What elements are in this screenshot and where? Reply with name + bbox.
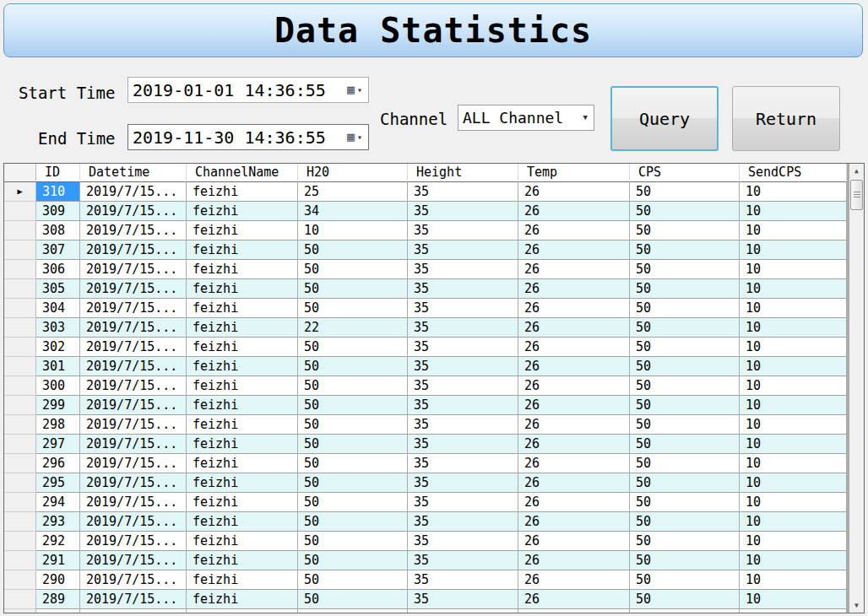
- cell-sendcps[interactable]: 10: [740, 299, 847, 318]
- cell-sendcps[interactable]: 10: [740, 590, 847, 609]
- cell-h20[interactable]: 50: [298, 493, 408, 512]
- row-header-cell[interactable]: [4, 473, 36, 493]
- row-header-cell[interactable]: [4, 493, 36, 512]
- cell-sendcps[interactable]: 10: [740, 182, 847, 202]
- cell-channelname[interactable]: feizhi: [187, 551, 298, 570]
- cell-id[interactable]: 294: [36, 493, 80, 512]
- cell-temp[interactable]: 26: [518, 493, 630, 512]
- cell-sendcps[interactable]: 10: [740, 202, 847, 221]
- cell-h20[interactable]: 50: [298, 299, 408, 318]
- cell-temp[interactable]: 26: [518, 532, 630, 551]
- row-header-cell[interactable]: [4, 260, 36, 279]
- column-header-cps[interactable]: CPS: [630, 164, 740, 182]
- row-header-cell[interactable]: [4, 279, 36, 299]
- cell-temp[interactable]: 26: [518, 299, 630, 318]
- cell-temp[interactable]: 26: [518, 318, 630, 338]
- cell-datetime[interactable]: 2019/7/15...: [80, 532, 187, 551]
- cell-cps[interactable]: 50: [630, 435, 740, 454]
- cell-temp[interactable]: 26: [518, 415, 630, 435]
- cell-height[interactable]: 35: [408, 279, 518, 299]
- cell-temp[interactable]: 26: [518, 279, 630, 299]
- cell-temp[interactable]: 26: [518, 221, 630, 240]
- cell-cps[interactable]: 50: [630, 473, 740, 493]
- row-header-cell[interactable]: [4, 435, 36, 454]
- cell-sendcps[interactable]: 10: [740, 551, 847, 570]
- cell-h20[interactable]: 50: [298, 357, 408, 376]
- cell-datetime[interactable]: 2019/7/15...: [80, 473, 187, 493]
- cell-temp[interactable]: 26: [518, 182, 630, 202]
- cell-cps[interactable]: 50: [630, 376, 740, 396]
- cell-temp[interactable]: 26: [518, 202, 630, 221]
- cell-h20[interactable]: 50: [298, 376, 408, 396]
- cell-datetime[interactable]: 2019/7/15...: [80, 376, 187, 396]
- cell-sendcps[interactable]: 10: [740, 512, 847, 532]
- cell-cps[interactable]: 50: [630, 415, 740, 435]
- cell-id[interactable]: 308: [36, 221, 80, 240]
- cell-h20[interactable]: 10: [298, 221, 408, 240]
- cell-height[interactable]: 35: [408, 299, 518, 318]
- cell-datetime[interactable]: 2019/7/15...: [80, 493, 187, 512]
- cell-channelname[interactable]: feizhi: [187, 396, 298, 415]
- row-header-cell[interactable]: [4, 532, 36, 551]
- cell-datetime[interactable]: 2019/7/15...: [80, 512, 187, 532]
- cell-channelname[interactable]: feizhi: [187, 260, 298, 279]
- cell-sendcps[interactable]: 10: [740, 493, 847, 512]
- row-header-cell[interactable]: [4, 454, 36, 473]
- row-header-cell[interactable]: [4, 338, 36, 357]
- cell-cps[interactable]: 50: [630, 570, 740, 590]
- cell-id[interactable]: 295: [36, 473, 80, 493]
- cell-cps[interactable]: 50: [630, 260, 740, 279]
- cell-id[interactable]: 306: [36, 260, 80, 279]
- cell-cps[interactable]: 50: [630, 396, 740, 415]
- return-button[interactable]: Return: [732, 86, 840, 151]
- cell-channelname[interactable]: feizhi: [187, 357, 298, 376]
- row-header-cell[interactable]: [4, 551, 36, 570]
- column-header-h20[interactable]: H20: [298, 164, 408, 182]
- cell-temp[interactable]: 26: [518, 376, 630, 396]
- cell-h20[interactable]: 50: [298, 454, 408, 473]
- cell-channelname[interactable]: feizhi: [187, 318, 298, 338]
- cell-height[interactable]: 35: [408, 551, 518, 570]
- cell-datetime[interactable]: 2019/7/15...: [80, 260, 187, 279]
- cell-h20[interactable]: 25: [298, 182, 408, 202]
- cell-id[interactable]: 298: [36, 415, 80, 435]
- cell-height[interactable]: 35: [408, 240, 518, 260]
- cell-channelname[interactable]: feizhi: [187, 454, 298, 473]
- row-header-cell[interactable]: [4, 299, 36, 318]
- cell-datetime[interactable]: 2019/7/15...: [80, 435, 187, 454]
- column-header-height[interactable]: Height: [408, 164, 518, 182]
- cell-sendcps[interactable]: 10: [740, 454, 847, 473]
- cell-sendcps[interactable]: 10: [740, 532, 847, 551]
- cell-sendcps[interactable]: 10: [740, 260, 847, 279]
- cell-height[interactable]: 35: [408, 570, 518, 590]
- cell-h20[interactable]: 50: [298, 532, 408, 551]
- cell-datetime[interactable]: 2019/7/15...: [80, 570, 187, 590]
- cell-cps[interactable]: 50: [630, 493, 740, 512]
- cell-h20[interactable]: 50: [298, 512, 408, 532]
- cell-h20[interactable]: 50: [298, 435, 408, 454]
- cell-id[interactable]: 297: [36, 435, 80, 454]
- cell-sendcps[interactable]: 10: [740, 338, 847, 357]
- cell-height[interactable]: 35: [408, 338, 518, 357]
- cell-height[interactable]: 35: [408, 396, 518, 415]
- cell-h20[interactable]: 50: [298, 551, 408, 570]
- cell-datetime[interactable]: 2019/7/15...: [80, 182, 187, 202]
- cell-temp[interactable]: 26: [518, 240, 630, 260]
- cell-channelname[interactable]: feizhi: [187, 570, 298, 590]
- cell-id[interactable]: 304: [36, 299, 80, 318]
- row-header-cell[interactable]: [4, 570, 36, 590]
- start-time-dropdown-button[interactable]: ▦ ▾: [347, 84, 362, 96]
- cell-cps[interactable]: 50: [630, 512, 740, 532]
- cell-temp[interactable]: 26: [518, 551, 630, 570]
- cell-temp[interactable]: 26: [518, 512, 630, 532]
- scroll-down-button[interactable]: ▼: [849, 598, 864, 613]
- end-time-dropdown-button[interactable]: ▦ ▾: [347, 131, 362, 143]
- cell-sendcps[interactable]: 10: [740, 279, 847, 299]
- cell-height[interactable]: 35: [408, 415, 518, 435]
- cell-cps[interactable]: 50: [630, 299, 740, 318]
- grid-corner-cell[interactable]: [4, 164, 36, 182]
- cell-h20[interactable]: 50: [298, 338, 408, 357]
- cell-h20[interactable]: 50: [298, 590, 408, 609]
- scrollbar-thumb[interactable]: [850, 180, 863, 210]
- row-header-cell[interactable]: [4, 512, 36, 532]
